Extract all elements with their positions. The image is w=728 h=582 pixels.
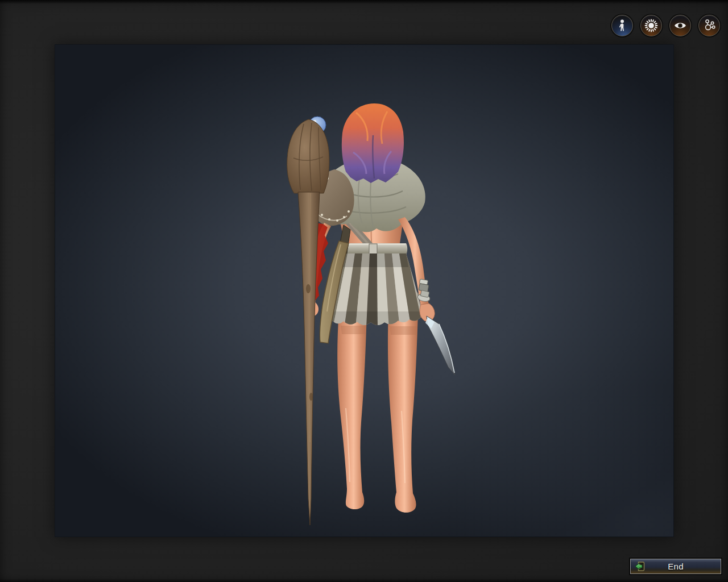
window-frame: End	[0, 0, 728, 582]
sun-icon	[644, 19, 658, 32]
toolbar	[611, 15, 720, 36]
end-button[interactable]: End	[630, 559, 721, 574]
network-button[interactable]	[698, 15, 720, 36]
model-viewport[interactable]	[55, 44, 674, 537]
molecule-icon	[702, 19, 716, 32]
person-icon	[615, 19, 629, 32]
eye-icon	[673, 19, 687, 32]
lighting-button[interactable]	[640, 15, 662, 36]
character-model	[55, 44, 674, 537]
exit-arrow-icon	[634, 560, 646, 572]
view-button[interactable]	[669, 15, 691, 36]
character-button[interactable]	[611, 15, 633, 36]
end-button-label: End	[646, 562, 705, 571]
